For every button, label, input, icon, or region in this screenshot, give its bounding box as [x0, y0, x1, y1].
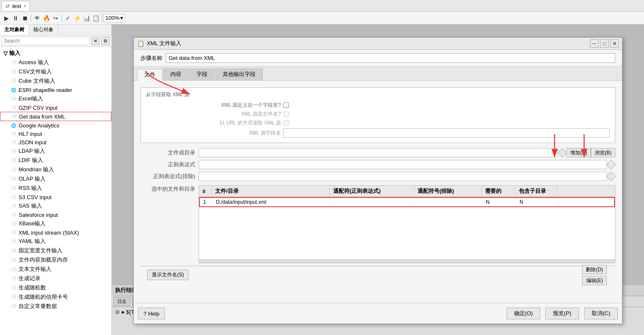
tree-item-genrecord[interactable]: 📄 生成记录: [0, 274, 111, 283]
file-icon: 📄: [10, 284, 17, 291]
regex-diamond[interactable]: [606, 160, 616, 170]
file-dir-input[interactable]: [199, 148, 558, 157]
edit-btn[interactable]: 编辑(E): [582, 276, 607, 285]
tree-item-google[interactable]: 🌐 Google Analytics: [0, 121, 111, 130]
modal-tab-other[interactable]: 其他输出字段: [216, 68, 263, 80]
tree-item-cube[interactable]: 📄 Cube 文件输入: [0, 76, 111, 86]
left-tab-objects[interactable]: 主对象树: [0, 24, 29, 35]
run-icon[interactable]: ▶: [2, 14, 11, 23]
file-icon: 📄: [10, 185, 17, 192]
tree-item-label: 生成随机的信用卡号: [19, 293, 68, 301]
tree-item-yaml[interactable]: 📄 YAML 输入: [0, 237, 111, 246]
regex-input[interactable]: [199, 160, 607, 169]
regex-exclude-diamond[interactable]: [606, 172, 616, 181]
preview-icon[interactable]: 👁: [32, 14, 42, 23]
tree-item-olap[interactable]: 📄 OLAP 输入: [0, 174, 111, 184]
check-icon[interactable]: ✓: [63, 14, 73, 23]
tree-item-mondrian[interactable]: 📄 Mondrian 输入: [0, 165, 111, 174]
tree-item-ldap[interactable]: 📄 LDAP 输入: [0, 146, 111, 156]
left-tab-core[interactable]: 核心对象: [29, 24, 58, 35]
file-icon: 📄: [10, 211, 17, 218]
tree-item-fixed[interactable]: 📄 固定宽度文件输入: [0, 246, 111, 255]
tree-item-excel[interactable]: 📄 Excel输入: [0, 94, 111, 103]
show-filename-btn[interactable]: 显示文件名(S): [147, 270, 189, 280]
file-icon: 📄: [10, 130, 17, 137]
xml-checkbox-3[interactable]: [283, 120, 289, 126]
test-tab[interactable]: ⇄ test ×: [2, 1, 30, 11]
xml-checkbox-1[interactable]: [283, 103, 289, 108]
xml-checkbox-2[interactable]: [283, 111, 289, 117]
tree-item-getxml[interactable]: 📄 Get data from XML: [0, 112, 111, 121]
modal-tab-content[interactable]: 内容: [163, 68, 189, 80]
files-table: # 文件/目录 通配符(正则表达式) 通配符号(排除) 需要的 包含子目录: [199, 185, 615, 263]
stop-icon[interactable]: ⏹: [20, 14, 30, 23]
search-options-btn[interactable]: ⚙: [101, 37, 110, 45]
tree-item-gzip[interactable]: 📄 GZIP CSV input: [0, 103, 111, 112]
file-icon: 📄: [10, 68, 17, 75]
tree-item-genrandom[interactable]: 📄 生成随机数: [0, 283, 111, 292]
help-label: Help: [148, 311, 159, 317]
tree-item-access[interactable]: 📄 Access 输入: [0, 58, 111, 67]
ok-btn[interactable]: 确定(O): [507, 308, 540, 319]
regex-exclude-input[interactable]: [199, 172, 607, 181]
modal-overlay: 📋 XML 文件输入 ─ □ ✕ 步骤名称: [112, 24, 644, 335]
table-scrollbar[interactable]: [199, 259, 615, 263]
step-icon[interactable]: ↪: [51, 14, 60, 23]
sep3: [102, 14, 102, 22]
tree-item-rss[interactable]: 📄 RSS 输入: [0, 184, 111, 193]
canvas-area[interactable]: 执行结果 日志 C ⊙ ● ${Tran 📋 XML 文件输入: [112, 24, 644, 335]
delete-btn[interactable]: 删除(D): [582, 265, 607, 274]
tree-item-hl7[interactable]: 📄 HL7 input: [0, 130, 111, 138]
zoom-value: 100%: [105, 15, 119, 21]
xml-field-name-input[interactable]: [283, 128, 610, 138]
tree-item-label: JSON input: [19, 139, 46, 146]
cancel-btn[interactable]: 取消(C): [584, 308, 618, 319]
modal-tab-fields[interactable]: 字段: [189, 68, 215, 80]
table-row[interactable]: 1 D:/data/input/input.xml N N: [199, 197, 615, 207]
main-toolbar: ▶ ⏸ ⏹ 👁 🔥 ↪ ✓ ⚡ 📊 📋 100% ▾: [0, 12, 644, 24]
modal-tab-file[interactable]: 文件: [137, 69, 162, 81]
tree-item-constant[interactable]: 📄 自定义常量数据: [0, 302, 111, 311]
help-btn[interactable]: ? Help: [138, 308, 165, 319]
table-header-file: 文件/目录: [212, 186, 330, 196]
tree-item-gencard[interactable]: 📄 生成随机的信用卡号: [0, 292, 111, 302]
tree-item-esri[interactable]: 🌐 ESRI shapefile reader: [0, 86, 111, 94]
tab-close-btn[interactable]: ×: [24, 4, 26, 8]
modal-close-btn[interactable]: ✕: [610, 39, 619, 48]
file-icon: 📄: [10, 294, 17, 300]
debug-icon[interactable]: 🔥: [42, 14, 51, 23]
table-header-needed: 需要的: [482, 186, 515, 196]
tree-item-ldif[interactable]: 📄 LDIF 输入: [0, 156, 111, 165]
modal-tabs: 文件 内容 字段 其他输出字段: [134, 67, 622, 81]
tree-item-xbase[interactable]: 📄 XBase输入: [0, 219, 111, 228]
tree-item-json[interactable]: 📄 JSON input: [0, 138, 111, 146]
log-icon[interactable]: 📋: [91, 14, 100, 23]
browse-btn[interactable]: 浏览(B): [591, 148, 615, 157]
left-panel-tabs: 主对象树 核心对象: [0, 24, 111, 35]
add-btn[interactable]: 增加(A): [566, 148, 591, 157]
preview-btn[interactable]: 预览(P): [545, 308, 579, 319]
step-name-input[interactable]: [166, 53, 615, 63]
tree-item-fileload[interactable]: 📄 文件内容加载至内存: [0, 255, 111, 265]
xml-option-row-1: XML 源定义在一个字段里?: [146, 102, 610, 109]
results-icon[interactable]: 📊: [82, 14, 91, 23]
pause-icon[interactable]: ⏸: [11, 14, 20, 23]
tree-item-label: LDIF 输入: [19, 157, 43, 164]
tree-item-textfile[interactable]: 📄 文本文件输入: [0, 265, 111, 274]
modal-maximize-btn[interactable]: □: [600, 39, 609, 48]
tree-item-sas[interactable]: 📄 SAS 输入: [0, 201, 111, 211]
search-clear-btn[interactable]: ✕: [92, 37, 100, 45]
tree-item-s3csv[interactable]: 📄 S3 CSV input: [0, 193, 111, 201]
explore-icon[interactable]: ⚡: [73, 14, 82, 23]
tree-item-label: Google Analytics: [19, 122, 59, 129]
tree-group-input[interactable]: ▽ 输入: [0, 49, 111, 58]
modal-minimize-btn[interactable]: ─: [590, 39, 598, 48]
tree-item-salesforce[interactable]: 📄 Salesforce input: [0, 211, 111, 219]
file-dir-diamond[interactable]: [558, 148, 567, 158]
tree-item-xmlstream[interactable]: 📄 XML input stream (StAX): [0, 228, 111, 237]
tree-item-csv[interactable]: 📄 CSV文件输入: [0, 67, 111, 76]
search-input[interactable]: [2, 37, 90, 45]
main-layout: 主对象树 核心对象 ✕ ⚙ ▽ 输入 📄 Access 输入 📄 CSV文件输入: [0, 24, 644, 335]
zoom-dropdown[interactable]: 100% ▾: [103, 14, 125, 22]
show-filename-row: 显示文件名(S): [140, 266, 615, 284]
